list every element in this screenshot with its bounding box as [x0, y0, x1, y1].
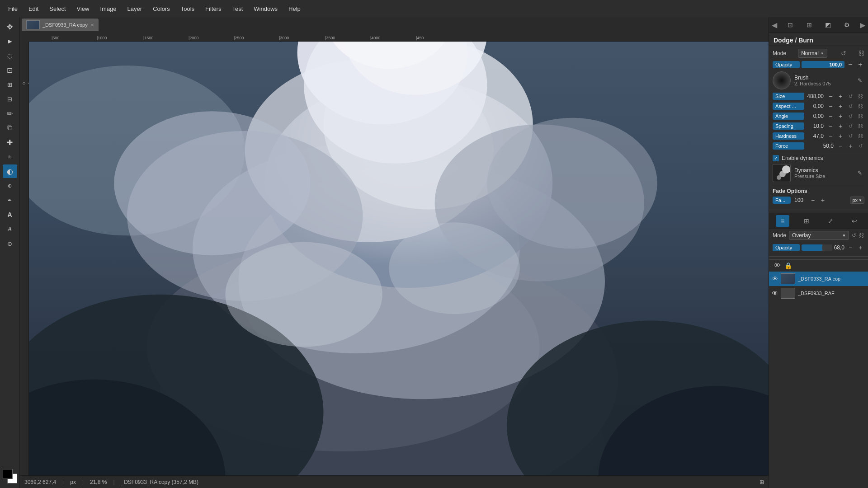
ctrl-minus-size[interactable]: −	[826, 92, 835, 100]
layer-eye-1[interactable]: 👁	[772, 290, 778, 297]
ctrl-minus-aspect[interactable]: −	[826, 102, 835, 110]
menu-file[interactable]: File	[4, 4, 22, 14]
brush-edit-button[interactable]: ✎	[855, 76, 864, 85]
tool-move[interactable]: ✥	[3, 20, 17, 33]
bottom-opacity-track[interactable]	[802, 244, 832, 251]
ctrl-minus-force[interactable]: −	[836, 142, 844, 150]
ctrl-label-hardness[interactable]: Hardness	[773, 132, 804, 140]
panel-icon-settings[interactable]: ⚙	[841, 19, 853, 31]
panel-icon-tab-expand[interactable]: ⤢	[824, 215, 837, 227]
tool-transform[interactable]: ⊡	[3, 63, 17, 77]
menu-image[interactable]: Image	[95, 4, 121, 14]
ctrl-plus-force[interactable]: +	[846, 142, 854, 150]
opacity-label[interactable]: Opacity	[773, 61, 800, 68]
ctrl-reset-force[interactable]: ↺	[856, 142, 864, 150]
panel-icon-tab-undo[interactable]: ↩	[848, 215, 861, 227]
ctrl-minus-hardness[interactable]: −	[826, 132, 835, 140]
eye-icon[interactable]: 👁	[774, 262, 781, 270]
ctrl-reset-angle[interactable]: ↺	[846, 112, 854, 120]
ctrl-plus-aspect[interactable]: +	[836, 102, 844, 110]
bottom-mode-chain[interactable]: ⛓	[859, 232, 864, 239]
ctrl-plus-angle[interactable]: +	[836, 112, 844, 120]
fade-plus[interactable]: +	[819, 196, 827, 204]
ctrl-chain-spacing[interactable]: ⛓	[856, 122, 864, 130]
ctrl-plus-hardness[interactable]: +	[836, 132, 844, 140]
panel-icon-screen[interactable]: ⊡	[784, 19, 796, 31]
bottom-mode-reset[interactable]: ↺	[852, 232, 856, 239]
ctrl-minus-angle[interactable]: −	[826, 112, 835, 120]
ctrl-label-force[interactable]: Force	[773, 142, 804, 150]
bottom-opacity-plus[interactable]: +	[856, 244, 864, 252]
opacity-minus[interactable]: −	[846, 61, 854, 69]
opacity-track[interactable]: 100,0	[802, 61, 844, 68]
tool-align[interactable]: ⊞	[3, 78, 17, 91]
ctrl-plus-spacing[interactable]: +	[836, 122, 844, 130]
ctrl-plus-size[interactable]: +	[836, 92, 844, 100]
menu-windows[interactable]: Windows	[249, 4, 282, 14]
panel-icon-brush[interactable]: ⊞	[803, 19, 815, 31]
bottom-mode-dropdown[interactable]: Overlay ▼	[789, 231, 849, 240]
layer-item-0[interactable]: 👁 _DSF0933_RA cop	[769, 272, 868, 286]
tool-smudge[interactable]: ≋	[3, 150, 17, 164]
lock-icon[interactable]: 🔒	[784, 262, 792, 269]
ctrl-label-spacing[interactable]: Spacing	[773, 122, 804, 130]
menu-filters[interactable]: Filters	[201, 4, 226, 14]
dynamics-edit-button[interactable]: ✎	[855, 169, 864, 178]
tool-lasso[interactable]: ◌	[3, 49, 17, 62]
panel-icon-tab-list[interactable]: ≡	[776, 215, 789, 227]
tool-color-picker[interactable]: ⊕	[3, 179, 17, 192]
brush-preview[interactable]	[773, 71, 791, 89]
tool-dodge-burn[interactable]: ◐	[3, 164, 17, 178]
tool-text-path[interactable]: A	[3, 222, 17, 236]
mode-reset-icon[interactable]: ↺	[841, 50, 846, 57]
ctrl-label-size[interactable]: Size	[773, 93, 804, 100]
layer-eye-0[interactable]: 👁	[772, 275, 778, 282]
bottom-opacity-minus[interactable]: −	[846, 244, 854, 252]
ctrl-chain-size[interactable]: ⛓	[856, 92, 864, 100]
mode-dropdown[interactable]: Normal ▼	[798, 49, 827, 58]
ctrl-chain-angle[interactable]: ⛓	[856, 112, 864, 120]
tool-text[interactable]: A	[3, 208, 17, 221]
fade-unit-dropdown[interactable]: px ▼	[850, 197, 864, 204]
fade-minus[interactable]: −	[809, 196, 817, 204]
doc-tab-active[interactable]: _DSF0933_RA copy ✕	[22, 19, 99, 31]
canvas-viewport[interactable]	[29, 42, 769, 475]
layer-item-1[interactable]: 👁 _DSF0933_RAF	[769, 286, 868, 300]
tool-playback[interactable]: ▶	[3, 34, 17, 48]
dynamics-icon[interactable]	[773, 164, 791, 182]
opacity-plus[interactable]: +	[856, 61, 864, 69]
doc-tab-close[interactable]: ✕	[90, 23, 94, 28]
menu-test[interactable]: Test	[227, 4, 247, 14]
panel-next-arrow[interactable]: ▶	[860, 21, 865, 29]
ctrl-chain-aspect[interactable]: ⛓	[856, 102, 864, 110]
enable-dynamics-checkbox[interactable]: ✓	[773, 155, 779, 161]
ctrl-reset-aspect[interactable]: ↺	[846, 102, 854, 110]
tool-clone[interactable]: ⧉	[3, 121, 17, 135]
status-expand[interactable]: ⊞	[760, 479, 764, 485]
fade-label[interactable]: Fa...	[773, 197, 791, 204]
bottom-opacity-label[interactable]: Opacity	[773, 244, 800, 251]
color-swatches[interactable]	[3, 469, 17, 483]
panel-prev-arrow[interactable]: ◀	[772, 21, 777, 29]
tool-crop[interactable]: ⊟	[3, 92, 17, 106]
ctrl-minus-spacing[interactable]: −	[826, 122, 835, 130]
menu-tools[interactable]: Tools	[176, 4, 199, 14]
tool-heal[interactable]: ✚	[3, 136, 17, 149]
tool-path[interactable]: ✒	[3, 193, 17, 207]
ctrl-reset-hardness[interactable]: ↺	[846, 132, 854, 140]
mode-chain-icon[interactable]: ⛓	[858, 50, 864, 57]
menu-help[interactable]: Help	[284, 4, 305, 14]
ctrl-label-angle[interactable]: Angle	[773, 113, 804, 120]
menu-colors[interactable]: Colors	[148, 4, 175, 14]
menu-view[interactable]: View	[72, 4, 94, 14]
panel-icon-tab-grid[interactable]: ⊞	[800, 215, 813, 227]
menu-edit[interactable]: Edit	[24, 4, 43, 14]
ctrl-chain-hardness[interactable]: ⛓	[856, 132, 864, 140]
tool-zoom[interactable]: ⊙	[3, 237, 17, 250]
ctrl-reset-size[interactable]: ↺	[846, 92, 854, 100]
menu-layer[interactable]: Layer	[123, 4, 147, 14]
ctrl-reset-spacing[interactable]: ↺	[846, 122, 854, 130]
menu-select[interactable]: Select	[45, 4, 70, 14]
tool-pencil[interactable]: ✏	[3, 107, 17, 120]
ctrl-label-aspect[interactable]: Aspect ...	[773, 103, 804, 110]
